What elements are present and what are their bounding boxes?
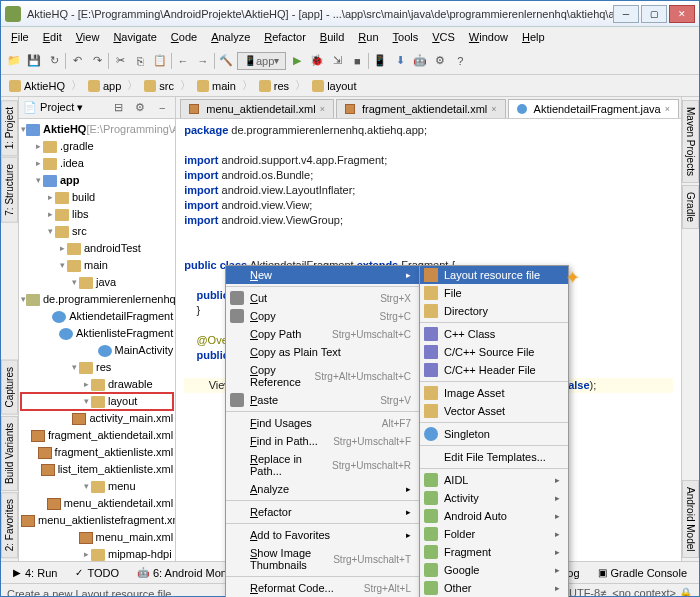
tab-run[interactable]: ▶ 4: Run [5,565,65,581]
editor-tab[interactable]: fragment_aktiendetail.xml× [336,99,506,118]
ctx-copy-as-plain-text[interactable]: Copy as Plain Text [226,343,419,361]
menu-window[interactable]: Window [463,29,514,45]
tree-drawable[interactable]: ▸drawable [21,376,173,393]
android-monitor-icon[interactable]: 🤖 [411,52,429,70]
new-other[interactable]: Other▸ [420,579,568,597]
menu-code[interactable]: Code [165,29,203,45]
ctx-replace-in-path-[interactable]: Replace in Path...Strg+Umschalt+R [226,450,419,480]
ctx-paste[interactable]: PasteStrg+V [226,391,419,409]
tree-MainActivity[interactable]: MainActivity [21,342,173,359]
run-icon[interactable]: ▶ [288,52,306,70]
new-c-c-header-file[interactable]: C/C++ Header File [420,361,568,379]
tree-menu_main.xml[interactable]: menu_main.xml [21,529,173,546]
tab-favorites[interactable]: 2: Favorites [1,492,18,558]
new-activity[interactable]: Activity▸ [420,489,568,507]
sdk-icon[interactable]: ⬇ [391,52,409,70]
tree-res[interactable]: ▾res [21,359,173,376]
tree-menu_aktienlistefragment.xml[interactable]: menu_aktienlistefragment.xml [21,512,173,529]
crumb-src[interactable]: src [140,79,178,93]
menu-navigate[interactable]: Navigate [107,29,162,45]
settings-icon[interactable]: ⚙ [431,52,449,70]
menu-help[interactable]: Help [516,29,551,45]
minimize-button[interactable]: ─ [613,5,639,23]
editor-tab[interactable]: menu_aktiendetail.xml× [180,99,334,118]
tree-mipmap-hdpi[interactable]: ▸mipmap-hdpi [21,546,173,561]
new-layout-resource-file[interactable]: Layout resource file [420,266,568,284]
tree-fragment_aktienliste.xml[interactable]: fragment_aktienliste.xml [21,444,173,461]
tree-libs[interactable]: ▸libs [21,206,173,223]
close-tab-icon[interactable]: × [665,104,670,114]
debug-icon[interactable]: 🐞 [308,52,326,70]
project-view-selector[interactable]: 📄 Project ▾ [23,101,83,114]
new-folder[interactable]: Folder▸ [420,525,568,543]
tab-maven[interactable]: Maven Projects [682,100,699,183]
menu-file[interactable]: File [5,29,35,45]
cut-icon[interactable]: ✂ [111,52,129,70]
tree-menu_aktiendetail.xml[interactable]: menu_aktiendetail.xml [21,495,173,512]
ctx-copy-reference[interactable]: Copy ReferenceStrg+Alt+Umschalt+C [226,361,419,391]
ctx-refactor[interactable]: Refactor▸ [226,503,419,521]
ctx-copy[interactable]: CopyStrg+C [226,307,419,325]
sync-icon[interactable]: ↻ [45,52,63,70]
tree-.idea[interactable]: ▸.idea [21,155,173,172]
attach-debug-icon[interactable]: ⇲ [328,52,346,70]
run-config-selector[interactable]: 📱 app ▾ [237,52,286,70]
menu-run[interactable]: Run [352,29,384,45]
close-tab-icon[interactable]: × [320,104,325,114]
undo-icon[interactable]: ↶ [68,52,86,70]
ctx-analyze[interactable]: Analyze▸ [226,480,419,498]
new-edit-file-templates-[interactable]: Edit File Templates... [420,448,568,466]
tab-captures[interactable]: Captures [1,360,18,415]
menu-tools[interactable]: Tools [387,29,425,45]
stop-icon[interactable]: ■ [348,52,366,70]
tree-androidTest[interactable]: ▸androidTest [21,240,173,257]
crumb-app[interactable]: app [84,79,125,93]
menu-vcs[interactable]: VCS [426,29,461,45]
tree-build[interactable]: ▸build [21,189,173,206]
crumb-layout[interactable]: layout [308,79,360,93]
tree-AktiendetailFragment[interactable]: AktiendetailFragment [21,308,173,325]
ctx-cut[interactable]: CutStrg+X [226,289,419,307]
crumb-main[interactable]: main [193,79,240,93]
gear-icon[interactable]: ⚙ [131,99,149,117]
menu-build[interactable]: Build [314,29,350,45]
new-directory[interactable]: Directory [420,302,568,320]
tree-main[interactable]: ▾main [21,257,173,274]
new-c-class[interactable]: C++ Class [420,325,568,343]
new-singleton[interactable]: Singleton [420,425,568,443]
menu-refactor[interactable]: Refactor [258,29,312,45]
tab-build-variants[interactable]: Build Variants [1,416,18,491]
ctx-show-image-thumbnails[interactable]: Show Image ThumbnailsStrg+Umschalt+T [226,544,419,574]
ctx-reformat-code-[interactable]: Reformat Code...Strg+Alt+L [226,579,419,597]
help-icon[interactable]: ? [451,52,469,70]
hide-icon[interactable]: − [153,99,171,117]
new-android-auto[interactable]: Android Auto▸ [420,507,568,525]
new-c-c-source-file[interactable]: C/C++ Source File [420,343,568,361]
tab-project[interactable]: 1: Project [1,100,18,156]
tree-de.programmierenlernenhq.aktiehq.app[interactable]: ▾de.programmierenlernenhq.aktiehq.app [21,291,173,308]
back-icon[interactable]: ← [174,52,192,70]
tree-fragment_aktiendetail.xml[interactable]: fragment_aktiendetail.xml [21,427,173,444]
crumb-res[interactable]: res [255,79,293,93]
maximize-button[interactable]: ▢ [641,5,667,23]
tree-java[interactable]: ▾java [21,274,173,291]
tab-todo[interactable]: ✓ TODO [67,565,127,581]
ctx-add-to-favorites[interactable]: Add to Favorites▸ [226,526,419,544]
tab-gradle-console[interactable]: ▣ Gradle Console [590,565,695,581]
new-vector-asset[interactable]: Vector Asset [420,402,568,420]
menu-analyze[interactable]: Analyze [205,29,256,45]
new-file[interactable]: File [420,284,568,302]
tab-android-model[interactable]: Android Model [682,480,699,558]
tree-root[interactable]: ▾AktieHQ [E:\Programming\AndroidProjekte… [21,121,173,138]
crumb-AktieHQ[interactable]: AktieHQ [5,79,69,93]
tree-src[interactable]: ▾src [21,223,173,240]
menu-edit[interactable]: Edit [37,29,68,45]
new-google[interactable]: Google▸ [420,561,568,579]
close-tab-icon[interactable]: × [491,104,496,114]
tab-gradle[interactable]: Gradle [682,185,699,229]
copy-icon[interactable]: ⎘ [131,52,149,70]
tree-AktienlisteFragment[interactable]: AktienlisteFragment [21,325,173,342]
new-image-asset[interactable]: Image Asset [420,384,568,402]
paste-icon[interactable]: 📋 [151,52,169,70]
ctx-find-in-path-[interactable]: Find in Path...Strg+Umschalt+F [226,432,419,450]
